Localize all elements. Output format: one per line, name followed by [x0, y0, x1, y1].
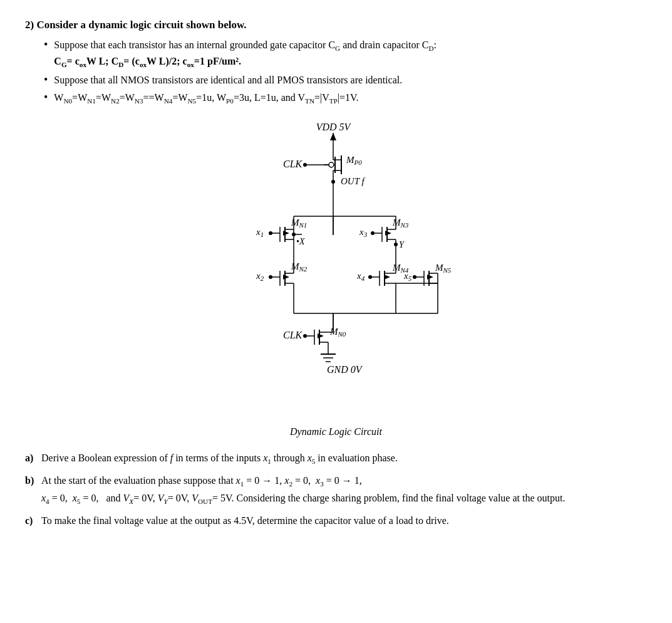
bullet-text-2: Suppose that all NMOS transistors are id…: [54, 73, 647, 88]
svg-point-60: [394, 243, 398, 246]
svg-text:VDD  5V: VDD 5V: [316, 122, 351, 132]
svg-text:MN1: MN1: [291, 217, 307, 229]
svg-text:Y: Y: [399, 240, 405, 249]
svg-point-20: [269, 231, 272, 235]
svg-text:x1: x1: [256, 227, 264, 238]
svg-marker-81: [427, 275, 433, 280]
svg-point-64: [368, 275, 372, 279]
svg-point-49: [371, 231, 375, 235]
answer-item-c: c) To make the final voltage value at th…: [25, 513, 647, 529]
bullet-text-3: WN0=WN1=WN2=WN3==WN4=WN5=1u, WP0=3u, L=1…: [54, 90, 647, 107]
svg-point-90: [303, 334, 307, 338]
circuit-svg: VDD 5V CLK: [173, 119, 499, 420]
svg-text:MN5: MN5: [435, 263, 452, 274]
bullet-section: • Suppose that each transistor has an in…: [44, 38, 647, 107]
bullet-item-3: • WN0=WN1=WN2=WN3==WN4=WN5=1u, WP0=3u, L…: [44, 90, 647, 107]
answers-section: a) Derive a Boolean expression of f in t…: [25, 450, 647, 529]
bullet-dot-2: •: [44, 74, 48, 85]
circuit-caption: Dynamic Logic Circuit: [25, 426, 647, 437]
svg-marker-70: [384, 275, 390, 280]
answer-text-b: At the start of the evaluation phase sup…: [41, 473, 647, 508]
bullet-item-1: • Suppose that each transistor has an in…: [44, 38, 647, 70]
svg-point-75: [413, 275, 416, 279]
bullet-text-1: Suppose that each transistor has an inte…: [54, 38, 647, 70]
svg-text:MN2: MN2: [291, 261, 308, 273]
problem-container: 2) Consider a dynamic logic circuit show…: [25, 19, 647, 529]
svg-text:MN3: MN3: [392, 217, 409, 229]
svg-point-12: [303, 163, 307, 167]
svg-text:CLK: CLK: [283, 330, 303, 340]
svg-text:x3: x3: [359, 227, 368, 238]
svg-text:OUT  f: OUT f: [341, 176, 365, 186]
problem-number: 2) Consider a dynamic logic circuit show…: [25, 19, 647, 31]
answer-text-c: To make the final voltage value at the o…: [41, 513, 647, 529]
answer-label-b: b): [25, 473, 38, 489]
formula-1: CG= coxW L; CD= (coxW L)/2; cox=1 pF/um²…: [54, 56, 241, 66]
svg-point-34: [269, 275, 272, 279]
answer-label-a: a): [25, 450, 38, 466]
svg-text:MP0: MP0: [346, 155, 362, 166]
svg-text:CLK: CLK: [283, 159, 303, 169]
svg-point-30: [292, 233, 296, 236]
svg-marker-2: [330, 133, 336, 140]
svg-text:x4: x4: [356, 271, 365, 282]
svg-marker-55: [385, 231, 391, 236]
svg-text:x2: x2: [256, 271, 264, 282]
svg-marker-26: [283, 231, 289, 236]
svg-text:GND  0V: GND 0V: [327, 364, 363, 375]
answer-item-b: b) At the start of the evaluation phase …: [25, 473, 647, 508]
bullet-dot-3: •: [44, 92, 48, 103]
svg-marker-40: [283, 275, 289, 280]
circuit-container: VDD 5V CLK: [25, 119, 647, 420]
svg-point-9: [329, 162, 334, 167]
svg-text:x5: x5: [403, 271, 412, 282]
answer-text-a: Derive a Boolean expression of f in term…: [41, 450, 647, 468]
bullet-item-2: • Suppose that all NMOS transistors are …: [44, 73, 647, 88]
answer-item-a: a) Derive a Boolean expression of f in t…: [25, 450, 647, 468]
svg-marker-96: [318, 333, 324, 338]
answer-label-c: c): [25, 513, 38, 529]
svg-text:•X: •X: [296, 237, 305, 246]
bullet-dot-1: •: [44, 39, 48, 50]
